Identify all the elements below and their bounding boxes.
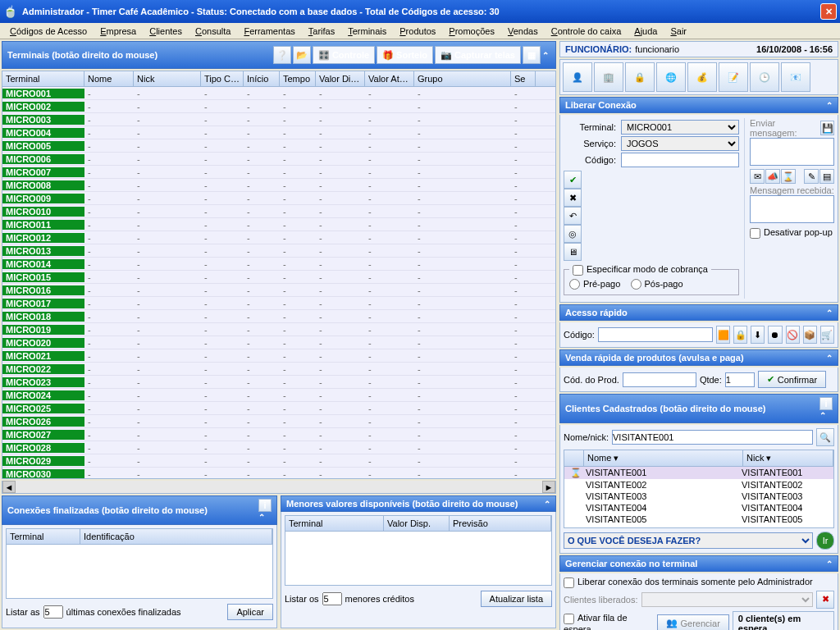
enviar-msg-input[interactable] [750,138,834,166]
venda-cod-input[interactable] [623,372,696,387]
table-row[interactable]: MICRO009--------- [2,192,555,205]
collapse-icon[interactable]: ⌃ [826,559,833,568]
menu-cdigosdeacesso[interactable]: Códigos de Acesso [3,25,94,38]
screen-icon[interactable]: 🖥 [564,243,582,261]
menu-empresa[interactable]: Empresa [94,25,143,38]
col-valoratual[interactable]: Valor Atual [365,71,414,86]
ar7-icon[interactable]: 🛒 [820,326,834,344]
company-icon[interactable]: 🏢 [594,62,623,92]
table-row[interactable]: MICRO017--------- [2,297,555,310]
collapse-icon[interactable]: ⌃ [826,354,833,363]
list-item[interactable]: ⌛VISITANTE001VISITANTE001 [564,467,833,479]
table-row[interactable]: MICRO007--------- [2,166,555,179]
menu-produtos[interactable]: Produtos [393,25,442,38]
list-item[interactable]: VISITANTE004VISITANTE004 [564,502,833,514]
hourglass-icon[interactable]: ⌛ [781,169,796,184]
ar5-icon[interactable]: 🚫 [786,326,800,344]
servico-select[interactable]: JOGOS [621,136,739,151]
table-row[interactable]: MICRO016--------- [2,284,555,297]
menu-terminais[interactable]: Terminais [341,25,393,38]
capturar-button[interactable]: 📷Capturar telas [435,46,521,64]
menu-consulta[interactable]: Consulta [189,25,237,38]
venda-qtde-input[interactable] [725,372,755,387]
table-row[interactable]: MICRO027--------- [2,428,555,441]
col-valor[interactable]: Valor Disp. [384,516,450,531]
table-row[interactable]: MICRO012--------- [2,231,555,244]
liberar-admin-check[interactable]: Liberar conexão dos terminais somente pe… [564,577,834,588]
desativar-check[interactable]: Desativar pop-up [750,227,834,239]
mail2-icon[interactable]: ✉ [750,169,765,184]
conexoes-list[interactable]: Terminal Identificação [6,528,273,599]
msg-receb-input[interactable] [750,195,834,223]
list-icon[interactable]: ▤ [819,169,834,184]
col-nick[interactable]: Nick [134,71,201,86]
menores-list[interactable]: Terminal Valor Disp. Previsão [285,515,552,586]
ok-icon[interactable]: ✔ [564,171,582,189]
collapse-icon[interactable]: ⌃ [258,513,265,522]
cancel-icon[interactable]: ✖ [564,189,582,207]
acesso-codigo-input[interactable] [598,327,713,342]
conexoes-num-input[interactable] [43,605,63,619]
table-row[interactable]: MICRO013--------- [2,244,555,258]
list-item[interactable]: VISITANTE003VISITANTE003 [564,491,833,502]
prepago-radio[interactable]: Pré-pago [569,279,620,289]
menu-promoes[interactable]: Promoções [442,25,501,38]
collapse-icon[interactable]: ⌃ [826,101,833,110]
menu-sair[interactable]: Sair [664,25,693,38]
user-icon[interactable]: 👤 [563,62,592,92]
info-icon[interactable]: i [258,499,272,512]
table-row[interactable]: MICRO006--------- [2,153,555,166]
table-row[interactable]: MICRO011--------- [2,218,555,231]
close-button[interactable]: ✕ [820,3,837,20]
grid-icon[interactable]: ▦ [523,46,541,64]
table-row[interactable]: MICRO003--------- [2,113,555,126]
col-prev[interactable]: Previsão [450,516,551,531]
nomenick-input[interactable] [612,430,813,445]
question-select[interactable]: O QUE VOCÊ DESEJA FAZER? [564,532,813,549]
menu-controledocaixa[interactable]: Controle do caixa [545,25,628,38]
table-row[interactable]: MICRO022--------- [2,363,555,376]
especificar-check[interactable] [573,265,583,276]
clock-icon[interactable]: 🕒 [750,62,779,92]
collapse-icon[interactable]: ⌃ [826,308,833,317]
clientes-grid[interactable]: Nome ▾ Nick ▾ ⌛VISITANTE001VISITANTE001V… [564,450,834,528]
table-row[interactable]: MICRO001--------- [2,87,555,100]
collapse-icon[interactable]: ⌃ [542,51,549,60]
col-tempo[interactable]: Tempo [280,71,316,86]
menu-clientes[interactable]: Clientes [143,25,189,38]
help-icon[interactable]: ❔ [273,46,291,64]
list-item[interactable]: VISITANTE005VISITANTE005 [564,514,833,525]
scroll-right-icon[interactable]: ► [542,481,555,493]
col-terminal[interactable]: Terminal [285,516,384,531]
atualizar-button[interactable]: Atualizar lista [481,591,552,607]
folder-icon[interactable]: 📂 [293,46,311,64]
table-row[interactable]: MICRO014--------- [2,258,555,271]
table-row[interactable]: MICRO030--------- [2,468,555,479]
col-tipocod[interactable]: Tipo Cod. [201,71,244,86]
ativar-fila-check[interactable]: Ativar fila de espera [564,613,654,630]
col-nome[interactable]: Nome ▾ [584,450,743,466]
go-icon[interactable]: Ir [816,532,834,550]
table-row[interactable]: MICRO021--------- [2,349,555,363]
col-nome[interactable]: Nome [84,71,134,86]
menu-ajuda[interactable]: Ajuda [628,25,664,38]
table-row[interactable]: MICRO026--------- [2,415,555,428]
globe-icon[interactable]: 🌐 [656,62,686,92]
lock-icon[interactable]: 🔒 [625,62,655,92]
terminais-grid[interactable]: TerminalNomeNickTipo Cod.InícioTempoValo… [2,71,556,479]
ar4-icon[interactable]: ⏺ [768,326,782,344]
mail-icon[interactable]: 📧 [781,62,810,92]
ar2-icon[interactable]: 🔒 [733,326,747,344]
table-row[interactable]: MICRO015--------- [2,271,555,284]
col-ident[interactable]: Identificação [80,529,272,544]
table-row[interactable]: MICRO024--------- [2,389,555,402]
menu-tarifas[interactable]: Tarifas [302,25,341,38]
col-valordisp[interactable]: Valor Disp. [316,71,365,86]
del-icon[interactable]: ✖ [816,591,834,609]
terminais-hscroll[interactable]: ◄ ► [2,481,556,494]
collapse-icon[interactable]: ⌃ [819,411,826,420]
scroll-left-icon[interactable]: ◄ [2,481,16,493]
table-row[interactable]: MICRO019--------- [2,323,555,336]
table-row[interactable]: MICRO018--------- [2,310,555,323]
pospago-radio[interactable]: Pós-pago [631,279,683,289]
